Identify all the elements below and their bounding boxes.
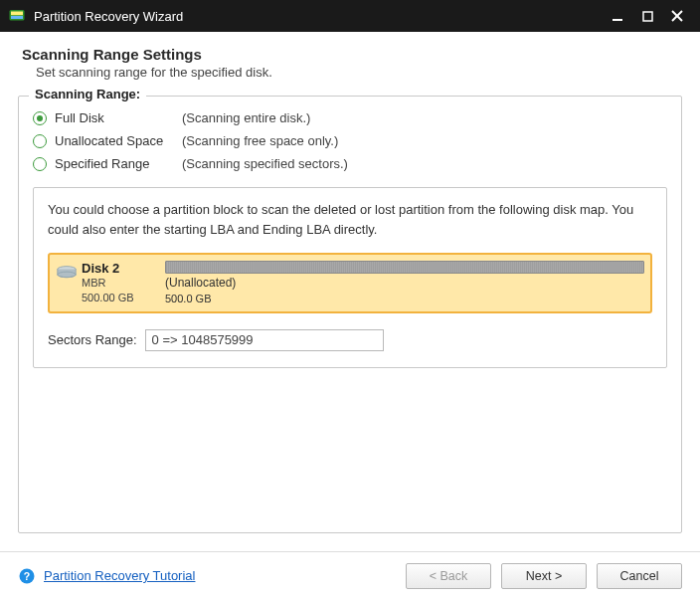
option-label: Full Disk (55, 110, 182, 125)
option-desc: (Scanning free space only.) (182, 133, 338, 148)
titlebar: Partition Recovery Wizard (0, 0, 700, 32)
sectors-range-row: Sectors Range: (48, 329, 652, 351)
disk-icon (56, 263, 78, 285)
option-desc: (Scanning specified sectors.) (182, 156, 348, 171)
minimize-button[interactable] (603, 0, 632, 32)
partition-label: (Unallocated) (165, 276, 644, 292)
app-icon (8, 7, 26, 25)
back-button[interactable]: < Back (406, 563, 491, 589)
header: Scanning Range Settings Set scanning ran… (0, 32, 700, 90)
option-specified-range[interactable]: Specified Range (Scanning specified sect… (33, 152, 667, 175)
option-label: Unallocated Space (55, 133, 182, 148)
sectors-range-label: Sectors Range: (48, 332, 137, 347)
disk-name: Disk 2 (82, 261, 134, 276)
disk-size: 500.00 GB (82, 291, 134, 305)
partition-bar[interactable] (165, 261, 644, 274)
page-subtitle: Set scanning range for the specified dis… (36, 65, 678, 80)
sectors-range-input[interactable] (145, 329, 384, 351)
disk-info: Disk 2 MBR 500.00 GB (56, 261, 155, 305)
disk-map[interactable]: Disk 2 MBR 500.00 GB (Unallocated) 500.0… (48, 253, 652, 313)
disk-map-hint: You could choose a partition block to sc… (48, 200, 652, 239)
page-title: Scanning Range Settings (22, 46, 678, 63)
footer: ? Partition Recovery Tutorial < Back Nex… (0, 551, 700, 599)
close-button[interactable] (662, 0, 692, 32)
svg-rect-4 (643, 12, 652, 21)
radio-icon[interactable] (33, 134, 47, 148)
radio-icon[interactable] (33, 157, 47, 171)
option-label: Specified Range (55, 156, 182, 171)
next-button[interactable]: Next > (501, 563, 587, 589)
window-title: Partition Recovery Wizard (34, 9, 603, 24)
svg-rect-1 (11, 12, 23, 16)
scanning-range-fieldset: Scanning Range: Full Disk (Scanning enti… (18, 96, 682, 533)
disk-type: MBR (82, 276, 134, 291)
partition-size: 500.0 GB (165, 292, 644, 305)
radio-icon[interactable] (33, 111, 47, 125)
option-full-disk[interactable]: Full Disk (Scanning entire disk.) (33, 106, 667, 129)
maximize-button[interactable] (632, 0, 662, 32)
partition-block-unallocated[interactable]: (Unallocated) 500.0 GB (165, 261, 644, 305)
option-unallocated-space[interactable]: Unallocated Space (Scanning free space o… (33, 129, 667, 152)
svg-text:?: ? (24, 569, 30, 581)
disk-map-box: You could choose a partition block to sc… (33, 187, 667, 368)
fieldset-legend: Scanning Range: (29, 87, 146, 101)
cancel-button[interactable]: Cancel (597, 563, 682, 589)
svg-rect-2 (11, 16, 23, 19)
help-icon: ? (18, 567, 36, 585)
tutorial-link[interactable]: Partition Recovery Tutorial (44, 568, 195, 583)
option-desc: (Scanning entire disk.) (182, 110, 310, 125)
